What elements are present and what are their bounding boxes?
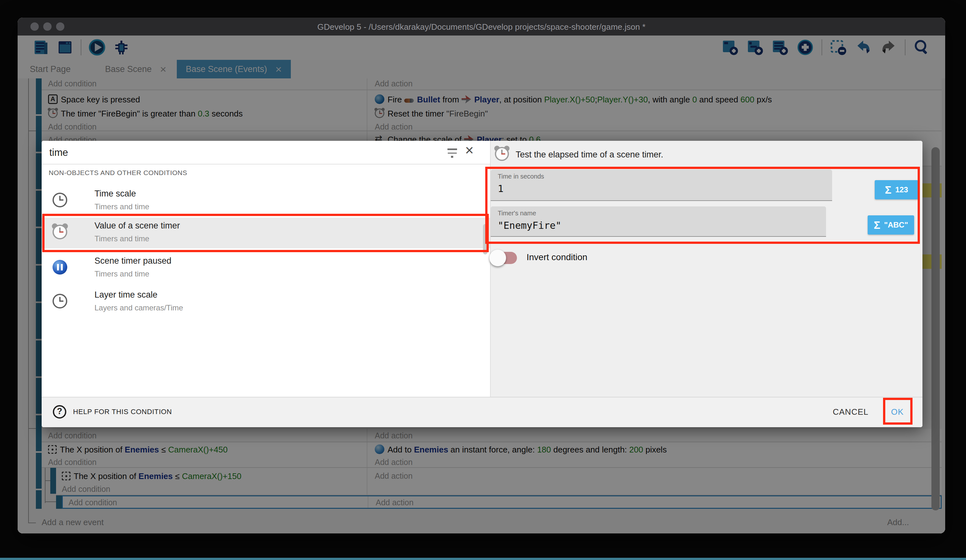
dock-strip bbox=[0, 558, 966, 560]
invert-condition-label: Invert condition bbox=[527, 252, 587, 262]
sigma-icon: Σ bbox=[874, 219, 880, 231]
expression-builder-button-string[interactable]: Σ "ABC" bbox=[867, 215, 914, 234]
list-item-layer-time-scale[interactable]: Layer time scale Layers and cameras/Time bbox=[42, 287, 490, 317]
cancel-button[interactable]: CANCEL bbox=[833, 407, 868, 417]
button-label: "ABC" bbox=[884, 221, 908, 229]
field-value[interactable]: "EnemyFire" bbox=[498, 220, 562, 231]
time-in-seconds-field[interactable]: Time in seconds 1 bbox=[491, 170, 832, 201]
sigma-icon: Σ bbox=[885, 184, 891, 196]
close-icon[interactable]: × bbox=[465, 141, 474, 159]
condition-description: Test the elapsed time of a scene timer. bbox=[516, 150, 663, 160]
item-title: Layer time scale bbox=[94, 290, 158, 300]
timers-name-field[interactable]: Timer's name "EnemyFire" bbox=[491, 206, 826, 237]
item-title: Scene timer paused bbox=[94, 256, 171, 266]
list-item-value-of-scene-timer[interactable]: Value of a scene timer Timers and time bbox=[42, 218, 490, 248]
choose-condition-dialog: × NON-OBJECTS AND OTHER CONDITIONS Time … bbox=[42, 141, 922, 427]
dialog-footer: HELP FOR THIS CONDITION CANCEL OK bbox=[42, 397, 922, 427]
item-subtitle: Timers and time bbox=[94, 234, 149, 243]
alarm-clock-icon bbox=[495, 147, 509, 161]
gdevelop-window: GDevelop 5 - /Users/dkarakay/Documents/G… bbox=[18, 18, 945, 534]
search-input[interactable] bbox=[49, 145, 433, 160]
item-subtitle: Layers and cameras/Time bbox=[94, 303, 183, 312]
item-subtitle: Timers and time bbox=[94, 269, 149, 278]
list-scrollbar[interactable] bbox=[483, 224, 488, 254]
button-label: 123 bbox=[895, 185, 908, 194]
item-subtitle: Timers and time bbox=[94, 202, 149, 211]
window-title: GDevelop 5 - /Users/dkarakay/Documents/G… bbox=[18, 22, 945, 32]
help-link[interactable]: HELP FOR THIS CONDITION bbox=[73, 408, 172, 416]
condition-list-panel: × NON-OBJECTS AND OTHER CONDITIONS Time … bbox=[42, 141, 490, 397]
invert-condition-toggle-thumb[interactable] bbox=[490, 250, 506, 266]
list-item-time-scale[interactable]: Time scale Timers and time bbox=[42, 186, 490, 216]
ok-button[interactable]: OK bbox=[891, 407, 904, 417]
divider bbox=[42, 164, 490, 164]
section-header: NON-OBJECTS AND OTHER CONDITIONS bbox=[49, 169, 187, 177]
field-value[interactable]: 1 bbox=[498, 183, 503, 194]
expression-builder-button-number[interactable]: Σ 123 bbox=[875, 180, 918, 199]
filter-icon[interactable] bbox=[447, 147, 458, 158]
list-item-scene-timer-paused[interactable]: Scene timer paused Timers and time bbox=[42, 253, 490, 283]
help-icon[interactable] bbox=[53, 405, 66, 419]
titlebar: GDevelop 5 - /Users/dkarakay/Documents/G… bbox=[18, 18, 945, 36]
field-label: Time in seconds bbox=[498, 173, 544, 180]
item-title: Value of a scene timer bbox=[94, 221, 180, 231]
field-label: Timer's name bbox=[498, 210, 536, 217]
condition-parameters-panel: Test the elapsed time of a scene timer. … bbox=[490, 141, 922, 397]
item-title: Time scale bbox=[94, 189, 136, 199]
